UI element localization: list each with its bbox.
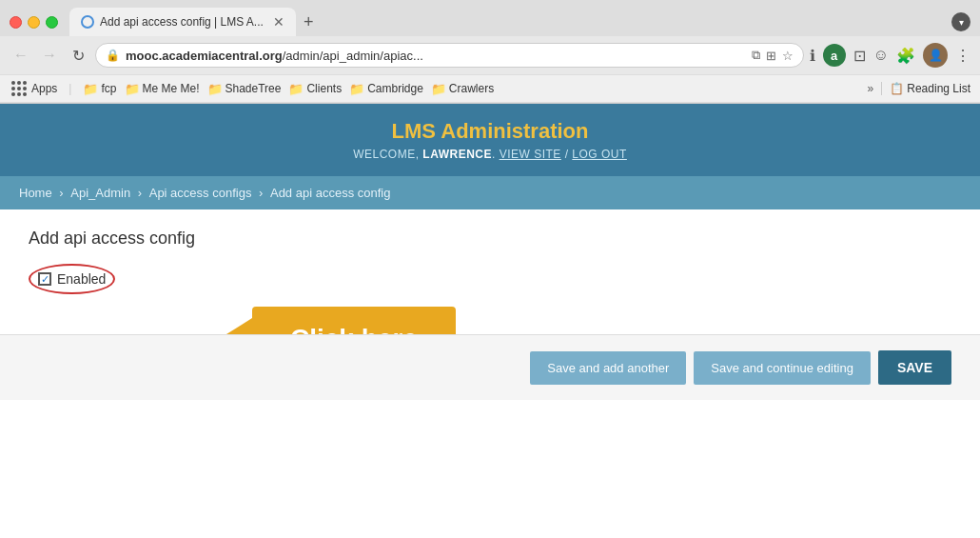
lms-welcome: WELCOME, LAWRENCE. VIEW SITE / LOG OUT xyxy=(15,148,965,161)
lms-header: LMS Administration WELCOME, LAWRENCE. VI… xyxy=(0,104,980,176)
grid-icon[interactable]: ⊞ xyxy=(766,49,776,63)
breadcrumb-sep-3: › xyxy=(259,186,266,200)
reading-list[interactable]: 📋 Reading List xyxy=(881,82,970,95)
bookmark-shadetree[interactable]: 📁 ShadeTree xyxy=(207,82,282,96)
tab-overflow-icon[interactable]: ▾ xyxy=(951,12,970,31)
main-area: Add api access config ✓ Enabled Click he… xyxy=(0,209,980,400)
bookmark-memememe-label: Me Me Me! xyxy=(143,82,200,95)
username: LAWRENCE xyxy=(422,148,492,161)
camera-icon[interactable]: ⊡ xyxy=(853,47,866,65)
bookmark-crawlers-label: Crawlers xyxy=(449,82,494,95)
new-tab-button[interactable]: + xyxy=(304,12,314,32)
avatar[interactable]: 👤 xyxy=(923,43,948,68)
lock-icon: 🔒 xyxy=(106,49,120,62)
enabled-circle-annotation: ✓ Enabled xyxy=(29,264,115,294)
bookmark-clients[interactable]: 📁 Clients xyxy=(288,82,342,96)
lms-title: LMS Administration xyxy=(15,119,965,144)
bookmark-shadetree-label: ShadeTree xyxy=(225,82,282,95)
tab-title: Add api access config | LMS A... xyxy=(100,15,264,29)
menu-icon[interactable]: ⋮ xyxy=(955,47,970,65)
browser-chrome: Add api access config | LMS A... ✕ + ▾ ←… xyxy=(0,0,980,104)
bookmark-fcp-label: fcp xyxy=(101,82,116,95)
enabled-label: Enabled xyxy=(57,271,106,287)
account-icon[interactable]: a xyxy=(823,44,846,67)
reading-list-label: Reading List xyxy=(907,82,970,95)
reload-button[interactable]: ↻ xyxy=(67,47,89,65)
tab-loading-icon xyxy=(81,15,94,29)
tab-bar: Add api access config | LMS A... ✕ + ▾ xyxy=(0,0,980,36)
folder-icon-4: 📁 xyxy=(288,82,304,96)
bm-separator-1: | xyxy=(69,82,71,95)
pip-icon[interactable]: ⧉ xyxy=(752,48,760,63)
bookmark-cambridge-label: Cambridge xyxy=(367,82,423,95)
breadcrumb: Home › Api_Admin › Api access configs › … xyxy=(0,176,980,209)
address-icons: ⧉ ⊞ ☆ xyxy=(752,48,794,63)
tab-close-icon[interactable]: ✕ xyxy=(273,14,284,30)
reading-list-icon: 📋 xyxy=(890,82,904,95)
page-content: LMS Administration WELCOME, LAWRENCE. VI… xyxy=(0,104,980,538)
bookmarks-more[interactable]: » xyxy=(868,82,874,95)
bookmark-clients-label: Clients xyxy=(306,82,342,95)
breadcrumb-home[interactable]: Home xyxy=(19,186,52,200)
folder-icon-2: 📁 xyxy=(125,82,140,96)
breadcrumb-current: Add api access config xyxy=(270,186,390,200)
enabled-checkbox[interactable]: ✓ xyxy=(38,272,51,286)
enabled-row: ✓ Enabled Click here xyxy=(29,264,951,294)
bookmark-crawlers[interactable]: 📁 Crawlers xyxy=(431,82,494,96)
save-continue-button[interactable]: Save and continue editing xyxy=(694,351,871,385)
bookmark-memememe[interactable]: 📁 Me Me Me! xyxy=(125,82,200,96)
breadcrumb-api-access-configs[interactable]: Api access configs xyxy=(149,186,252,200)
bookmark-cambridge[interactable]: 📁 Cambridge xyxy=(349,82,423,96)
folder-icon-3: 📁 xyxy=(207,82,223,96)
forward-button[interactable]: → xyxy=(38,47,61,64)
breadcrumb-api-admin[interactable]: Api_Admin xyxy=(70,186,130,200)
welcome-text: WELCOME, xyxy=(353,148,419,161)
close-light[interactable] xyxy=(10,16,22,29)
breadcrumb-sep-2: › xyxy=(138,186,146,200)
smiley-icon[interactable]: ☺ xyxy=(873,47,889,64)
address-bar-row: ← → ↻ 🔒 mooc.academiacentral.org/admin/a… xyxy=(0,36,980,74)
extensions-icon[interactable]: 🧩 xyxy=(896,47,915,65)
view-site-link[interactable]: VIEW SITE xyxy=(500,148,561,161)
log-out-link[interactable]: LOG OUT xyxy=(572,148,627,161)
fullscreen-light[interactable] xyxy=(46,16,58,29)
back-button[interactable]: ← xyxy=(10,47,32,64)
info-icon[interactable]: ℹ xyxy=(810,47,815,65)
apps-grid-icon xyxy=(10,79,29,98)
breadcrumb-sep-1: › xyxy=(59,186,67,200)
apps-label: Apps xyxy=(31,82,57,95)
url-display: mooc.academiacentral.org/admin/api_admin… xyxy=(126,49,746,63)
folder-icon-6: 📁 xyxy=(431,82,446,96)
minimize-light[interactable] xyxy=(28,16,40,29)
address-bar[interactable]: 🔒 mooc.academiacentral.org/admin/api_adm… xyxy=(95,43,804,68)
page-title: Add api access config xyxy=(29,229,951,249)
save-button[interactable]: SAVE xyxy=(878,350,951,385)
bookmark-fcp[interactable]: 📁 fcp xyxy=(83,82,116,96)
apps-bookmark[interactable]: Apps xyxy=(10,79,57,98)
star-icon[interactable]: ☆ xyxy=(782,49,794,63)
browser-toolbar-icons: ℹ a ⊡ ☺ 🧩 👤 ⋮ xyxy=(810,43,970,68)
save-add-another-button[interactable]: Save and add another xyxy=(530,351,686,385)
folder-icon: 📁 xyxy=(83,82,98,96)
bookmarks-bar: Apps | 📁 fcp 📁 Me Me Me! 📁 ShadeTree 📁 C… xyxy=(0,74,980,103)
folder-icon-5: 📁 xyxy=(349,82,364,96)
traffic-lights xyxy=(10,16,58,29)
active-tab[interactable]: Add api access config | LMS A... ✕ xyxy=(69,8,296,36)
bottom-bar: Save and add another Save and continue e… xyxy=(0,334,980,400)
